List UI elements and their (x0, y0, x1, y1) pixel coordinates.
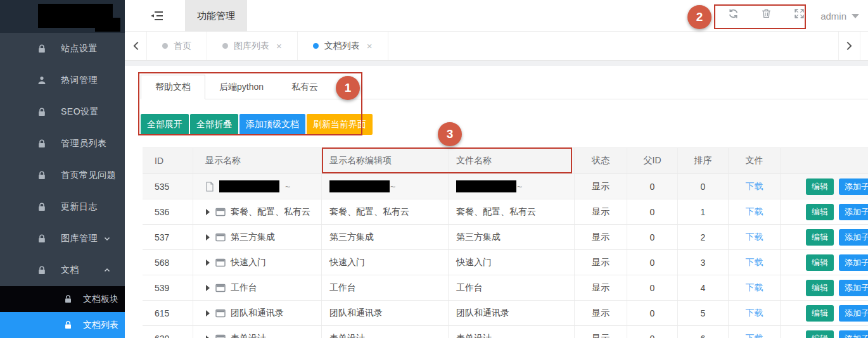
user-dropdown[interactable]: admin (820, 0, 859, 32)
caret-right-icon[interactable] (205, 234, 210, 241)
page-tab-label: 首页 (174, 41, 191, 52)
page-tab-label: 文档列表 (324, 41, 360, 52)
action-button[interactable]: 添加顶级文档 (239, 114, 305, 135)
logo-bar (0, 0, 125, 33)
sidebar-item[interactable]: 更新日志 (0, 191, 125, 223)
caret-right-icon[interactable] (205, 335, 210, 338)
caret-right-icon[interactable] (205, 260, 210, 266)
download-link[interactable]: 下载 (746, 257, 763, 268)
redacted-text (329, 180, 390, 192)
redacted-text (456, 180, 516, 192)
download-link[interactable]: 下载 (746, 308, 763, 319)
page-tab[interactable]: 图库列表× (207, 32, 298, 60)
edit-button[interactable]: 编辑 (806, 254, 834, 271)
sidebar-item[interactable]: 管理员列表 (0, 128, 125, 160)
tab-scroll-right-button[interactable] (838, 32, 860, 60)
cell-status: 显示 (575, 301, 627, 325)
doc-tab[interactable]: 帮助文档 (141, 75, 205, 99)
add-child-button[interactable]: 添加子文 (839, 178, 868, 195)
cell-display-name: 工作台 (193, 275, 322, 300)
table-header-row: ID显示名称显示名称编辑项文件名称状态父ID排序文件 (143, 147, 868, 174)
cell-sort: 0 (678, 174, 729, 199)
cell-display-name-edit: 快速入门 (322, 250, 449, 275)
edit-button[interactable]: 编辑 (806, 280, 834, 296)
action-button[interactable]: 全部折叠 (190, 114, 238, 135)
cell-file: 下载 (729, 326, 781, 338)
display-name-text: 团队和通讯录 (231, 308, 284, 319)
tab-scroll-left-button[interactable] (125, 32, 147, 60)
edit-button[interactable]: 编辑 (806, 204, 834, 220)
table-row: 539工作台工作台工作台显示04下载编辑添加子文 (143, 275, 868, 301)
cell-parent-id: 0 (627, 275, 678, 300)
display-name-text: 套餐、配置、私有云 (231, 206, 310, 218)
close-icon[interactable]: × (367, 41, 373, 51)
download-link[interactable]: 下载 (746, 333, 763, 338)
action-button[interactable]: 全部展开 (141, 114, 189, 135)
add-child-button[interactable]: 添加子文 (839, 280, 868, 296)
user-icon (37, 75, 47, 85)
column-header: 显示名称编辑项 (322, 148, 449, 173)
column-header: 排序 (678, 148, 729, 173)
cell-file-name: ~ (449, 174, 575, 199)
doc-tab[interactable]: 后端python (205, 75, 278, 99)
page-tab[interactable]: 首页 (147, 32, 207, 60)
refresh-icon[interactable] (727, 8, 739, 20)
edit-button[interactable]: 编辑 (806, 178, 834, 195)
sidebar-item-label: 管理员列表 (61, 138, 107, 149)
page-tabs: 首页图库列表×文档列表× (147, 32, 388, 60)
sidebar-subitem[interactable]: 文档列表 (0, 312, 125, 338)
download-link[interactable]: 下载 (746, 282, 763, 294)
tab-function-management[interactable]: 功能管理 (185, 0, 247, 32)
edit-button[interactable]: 编辑 (806, 330, 834, 338)
add-child-button[interactable]: 添加子文 (839, 305, 868, 322)
add-child-button[interactable]: 添加子文 (839, 204, 868, 220)
lock-icon (63, 320, 73, 330)
doc-tab[interactable]: 私有云 (278, 75, 332, 99)
add-child-button[interactable]: 添加子文 (839, 229, 868, 246)
download-link[interactable]: 下载 (746, 181, 763, 192)
action-button[interactable]: 刷新当前界面 (307, 114, 373, 135)
sidebar-menu: 站点设置热词管理SEO设置管理员列表首页常见问题更新日志图库管理文档文档板块文档… (0, 33, 125, 338)
download-link[interactable]: 下载 (746, 232, 763, 243)
caret-right-icon[interactable] (205, 285, 210, 291)
add-child-button[interactable]: 添加子文 (839, 254, 868, 271)
fullscreen-icon[interactable] (793, 8, 805, 20)
sidebar-item[interactable]: 热词管理 (0, 65, 125, 96)
table-row: 630表单设计表单设计表单设计显示06下载编辑添加子文 (143, 326, 868, 338)
folder-icon (215, 208, 226, 216)
cell-display-name-edit: 表单设计 (322, 326, 449, 338)
sidebar-item[interactable]: 文档 (0, 254, 125, 286)
sidebar-toggle-icon[interactable] (150, 9, 163, 22)
cell-display-name-edit: ~ (322, 174, 449, 199)
sidebar-item[interactable]: 首页常见问题 (0, 160, 125, 191)
sidebar-item[interactable]: 图库管理 (0, 223, 125, 254)
column-header: 状态 (575, 148, 627, 173)
page-tab[interactable]: 文档列表× (298, 32, 388, 60)
cell-file-name: 快速入门 (449, 250, 575, 275)
cell-status: 显示 (575, 225, 627, 249)
redaction-tail: ~ (285, 182, 290, 192)
sidebar-subitem[interactable]: 文档板块 (0, 286, 125, 312)
sidebar-item[interactable]: SEO设置 (0, 96, 125, 128)
folder-icon (215, 258, 226, 267)
folder-icon (215, 284, 226, 292)
cell-display-name: 团队和通讯录 (193, 301, 322, 325)
lock-icon (37, 202, 47, 212)
sidebar-item-label: 文档 (61, 265, 79, 276)
trash-icon[interactable] (760, 8, 772, 20)
folder-icon (215, 309, 226, 318)
add-child-button[interactable]: 添加子文 (839, 330, 868, 338)
cell-status: 显示 (575, 275, 627, 300)
sidebar-item[interactable]: 站点设置 (0, 33, 125, 65)
lock-icon (37, 265, 47, 275)
doc-category-tabs: 帮助文档后端python私有云 (141, 75, 868, 99)
edit-button[interactable]: 编辑 (806, 229, 834, 246)
redaction-tail: ~ (390, 182, 395, 192)
close-icon[interactable]: × (276, 41, 282, 51)
edit-button[interactable]: 编辑 (806, 305, 834, 322)
caret-right-icon[interactable] (205, 310, 210, 316)
cell-file-name: 工作台 (449, 275, 575, 300)
download-link[interactable]: 下载 (746, 206, 763, 218)
caret-right-icon[interactable] (205, 209, 210, 215)
cell-sort: 4 (678, 275, 729, 300)
